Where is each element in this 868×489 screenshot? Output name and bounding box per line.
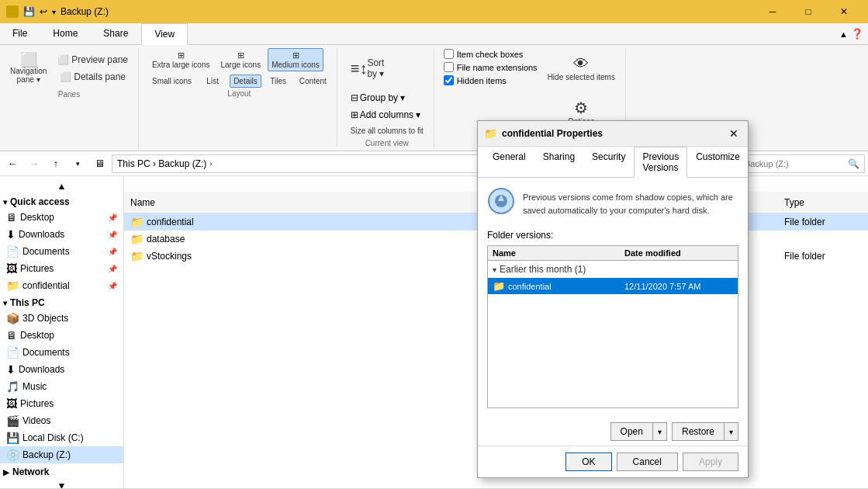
versions-table: Name Date modified ▾ Earlier this month …: [487, 245, 738, 408]
restore-dropdown-arrow[interactable]: ▾: [724, 422, 738, 441]
tab-security[interactable]: Security: [583, 147, 634, 178]
tab-sharing[interactable]: Sharing: [534, 147, 583, 178]
desktop-qa-label: Desktop: [20, 212, 105, 223]
network-arrow: ▶: [3, 468, 9, 477]
tab-home[interactable]: Home: [40, 23, 91, 44]
sidebar-item-downloads-qa[interactable]: ⬇ Downloads 📌: [0, 226, 123, 243]
close-button[interactable]: ✕: [826, 0, 862, 23]
ribbon-collapse[interactable]: ▲: [839, 29, 848, 39]
dialog-info: Previous versions come from shadow copie…: [487, 187, 738, 220]
item-checkboxes-checkbox[interactable]: [444, 49, 454, 59]
group-expand-icon: ▾: [493, 265, 496, 274]
open-dropdown-arrow[interactable]: ▾: [653, 422, 667, 441]
sidebar-item-desktop-qa[interactable]: 🖥 Desktop 📌: [0, 209, 123, 226]
ribbon-group-panes: ⬜ Navigationpane ▾ ⬜ Preview pane ⬜ Deta…: [6, 48, 139, 147]
tab-share[interactable]: Share: [91, 23, 141, 44]
apply-button[interactable]: Apply: [683, 453, 738, 471]
tab-file[interactable]: File: [0, 23, 40, 44]
restore-button[interactable]: Restore: [672, 422, 724, 441]
sidebar-item-desktop[interactable]: 🖥 Desktop: [0, 327, 123, 344]
large-icons-button[interactable]: ⊞ Large icons: [216, 48, 265, 71]
tab-general[interactable]: General: [484, 147, 534, 178]
properties-dialog[interactable]: 📁 confidential Properties ✕ General Shar…: [477, 120, 749, 478]
qat-save[interactable]: 💾: [23, 6, 35, 17]
hide-label: Hide selected items: [548, 73, 615, 82]
file-name-extensions-checkbox[interactable]: [444, 62, 454, 72]
quick-access-section[interactable]: ▾ Quick access: [0, 193, 123, 209]
back-button[interactable]: ←: [3, 154, 22, 173]
minimize-button[interactable]: ─: [755, 0, 790, 23]
sidebar-item-pictures-qa[interactable]: 🖼 Pictures 📌: [0, 260, 123, 277]
dialog-action-buttons: Open ▾ Restore ▾: [478, 418, 748, 446]
sidebar-item-documents-qa[interactable]: 📄 Documents 📌: [0, 243, 123, 260]
hidden-items-row: Hidden items: [444, 75, 538, 86]
sidebar-item-downloads[interactable]: ⬇ Downloads: [0, 361, 123, 378]
file-icon-1: 📁: [130, 233, 144, 245]
hide-selected-button[interactable]: 👁 Hide selected items: [544, 48, 619, 88]
up-button[interactable]: ↑: [47, 154, 65, 173]
content-button[interactable]: Content: [296, 75, 330, 88]
pictures-qa-label: Pictures: [20, 263, 105, 274]
videos-icon: 🎬: [6, 414, 19, 427]
tab-previous-versions[interactable]: Previous Versions: [634, 147, 687, 178]
qat-down[interactable]: ▾: [52, 8, 56, 16]
details-icon: ⬜: [60, 71, 71, 82]
qat-undo[interactable]: ↩: [40, 6, 47, 17]
search-icon[interactable]: 🔍: [848, 158, 859, 169]
sidebar-item-pictures[interactable]: 🖼 Pictures: [0, 395, 123, 412]
pictures-qa-icon: 🖼: [6, 262, 17, 275]
sidebar-item-backup[interactable]: 💿 Backup (Z:): [0, 446, 123, 463]
versions-header: Name Date modified: [488, 246, 738, 261]
ver-row[interactable]: 📁 confidential 12/11/2020 7:57 AM: [488, 278, 738, 294]
sidebar-scroll-up[interactable]: ▲: [0, 179, 123, 193]
maximize-button[interactable]: □: [790, 0, 826, 23]
sort-by-button[interactable]: ≡↕ Sortby ▾: [347, 48, 389, 88]
sidebar-item-local-disk[interactable]: 💾 Local Disk (C:): [0, 429, 123, 446]
details-pane-button[interactable]: ⬜ Details pane: [54, 69, 132, 85]
cancel-button[interactable]: Cancel: [617, 453, 678, 471]
sidebar-item-confidential-qa[interactable]: 📁 confidential 📌: [0, 277, 123, 294]
backup-icon: 💿: [6, 449, 19, 461]
add-columns-button[interactable]: ⊞ Add columns ▾: [347, 107, 425, 123]
help-button[interactable]: ❓: [851, 28, 863, 40]
this-pc-icon[interactable]: 🖥: [90, 154, 109, 173]
preview-pane-button[interactable]: ⬜ Preview pane: [54, 52, 132, 68]
list-button[interactable]: List: [199, 75, 227, 88]
sidebar-item-documents[interactable]: 📄 Documents: [0, 344, 123, 361]
music-label: Music: [22, 381, 117, 392]
sidebar-item-music[interactable]: 🎵 Music: [0, 378, 123, 395]
ok-button[interactable]: OK: [565, 453, 611, 471]
col-type[interactable]: Type: [784, 197, 862, 208]
small-icons-button[interactable]: Small icons: [148, 75, 195, 88]
videos-label: Videos: [22, 415, 117, 426]
tab-customize[interactable]: Customize: [687, 147, 749, 178]
sidebar-scroll-down[interactable]: ▼: [0, 479, 123, 488]
sidebar-item-videos[interactable]: 🎬 Videos: [0, 412, 123, 429]
window-title: Backup (Z:): [61, 6, 109, 17]
dialog-title: confidential Properties: [502, 128, 721, 139]
sidebar-item-3dobjects[interactable]: 📦 3D Objects: [0, 310, 123, 327]
ribbon-group-current-view: ≡↕ Sortby ▾ ⊟ Group by ▾ ⊞ Add columns ▾…: [347, 48, 434, 147]
tab-view[interactable]: View: [141, 23, 188, 45]
current-view-label: Current view: [365, 139, 409, 147]
dialog-close-button[interactable]: ✕: [726, 126, 742, 141]
ver-group-earlier[interactable]: ▾ Earlier this month (1): [488, 261, 738, 278]
this-pc-section[interactable]: ▾ This PC: [0, 294, 123, 310]
medium-icons-button[interactable]: ⊞ Medium icons: [268, 48, 323, 71]
item-checkboxes-row: Item check boxes: [444, 48, 538, 60]
extra-large-icons-button[interactable]: ⊞ Extra large icons: [148, 48, 213, 71]
show-hide-content: Item check boxes File name extensions Hi…: [444, 48, 619, 132]
group-by-button[interactable]: ⊟ Group by ▾: [347, 90, 410, 106]
size-all-columns-button[interactable]: Size all columns to fit: [347, 124, 427, 137]
tiles-button[interactable]: Tiles: [265, 75, 292, 88]
network-section[interactable]: ▶ Network: [0, 463, 123, 479]
forward-button[interactable]: →: [25, 154, 43, 173]
recent-locations[interactable]: ▾: [68, 154, 87, 173]
navigation-pane-button[interactable]: ⬜ Navigationpane ▾: [6, 48, 50, 88]
open-button[interactable]: Open: [610, 422, 653, 441]
title-bar-left: 💾 ↩ ▾ Backup (Z:): [6, 5, 109, 18]
file-type-0: File folder: [784, 217, 862, 227]
this-pc-arrow: ▾: [3, 299, 7, 307]
details-button[interactable]: Details: [230, 75, 261, 88]
hidden-items-checkbox[interactable]: [444, 75, 454, 85]
